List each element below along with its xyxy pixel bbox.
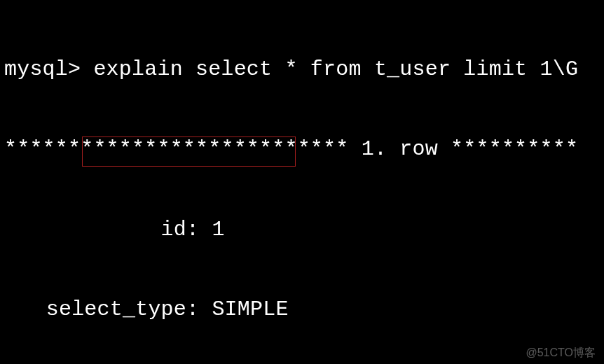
watermark-text: @51CTO博客 <box>526 346 596 360</box>
row-separator: *************************** 1. row *****… <box>4 136 600 162</box>
sql-command: explain select * from t_user limit 1\G <box>93 57 578 81</box>
terminal-output: mysql> explain select * from t_user limi… <box>0 0 604 364</box>
mysql-prompt: mysql> <box>4 57 81 81</box>
field-id: id: 1 <box>4 216 600 243</box>
command-line[interactable]: mysql> explain select * from t_user limi… <box>4 56 600 83</box>
field-select-type: select_type: SIMPLE <box>4 296 600 323</box>
